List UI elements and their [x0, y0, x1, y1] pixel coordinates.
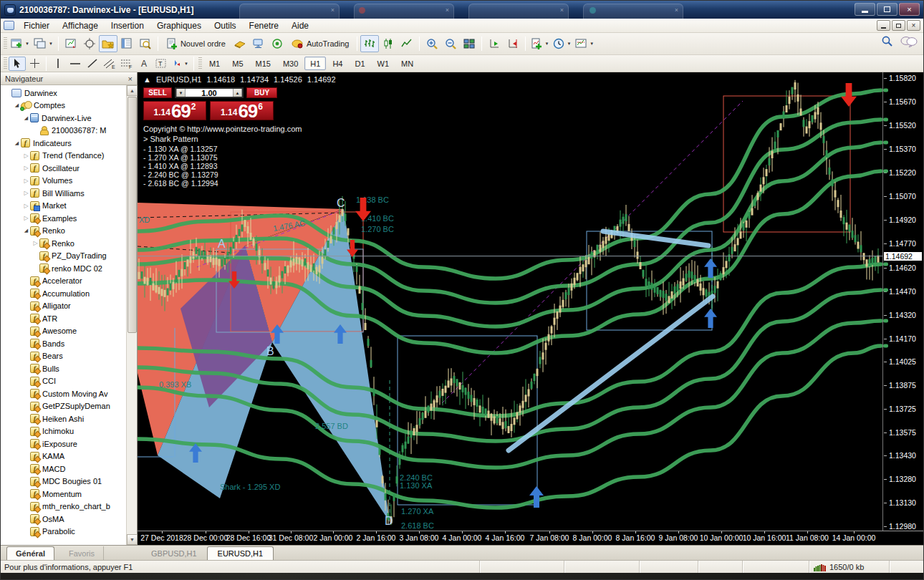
horizontal-line-tool-button[interactable]	[67, 57, 84, 71]
candlestick-mode-button[interactable]	[379, 35, 398, 52]
toolbar-grip[interactable]	[4, 37, 7, 50]
expert-advisors-button[interactable]	[268, 35, 287, 52]
tree-item-iexposure[interactable]: fiExposure	[1, 438, 137, 450]
chart-canvas[interactable]: 1.476 AC0.393 XBShark - 1.295 XD2.557 BD…	[138, 72, 882, 531]
strategy-tester-button[interactable]	[136, 35, 155, 52]
cursor-tool-button[interactable]	[9, 57, 26, 71]
navigator-scrollbar[interactable]: ▲ ▼	[126, 85, 137, 545]
close-button[interactable]: ×	[899, 3, 920, 16]
scroll-up-icon[interactable]: ▲	[127, 85, 138, 96]
tree-item-comptes[interactable]: ◢Comptes	[1, 100, 137, 112]
toolbar-grip[interactable]	[198, 57, 202, 70]
timeframe-h1[interactable]: H1	[304, 57, 326, 70]
tree-item-kama[interactable]: fKAMA	[1, 450, 137, 463]
search-icon[interactable]	[881, 35, 893, 47]
tree-item-parabolic[interactable]: fParabolic	[1, 526, 137, 538]
terminal-button[interactable]	[231, 35, 249, 52]
text-label-tool-button[interactable]: T	[153, 57, 170, 71]
collapsed-icon[interactable]: ▷	[22, 215, 30, 221]
tree-item-mdc-bougies-01[interactable]: fMDC Bougies 01	[1, 475, 137, 488]
tree-item-mth-renko-chart-b[interactable]: fmth_renko_chart_b	[1, 501, 137, 513]
autotrading-button[interactable]: AutoTrading	[287, 35, 355, 52]
text-tool-button[interactable]: A	[135, 57, 153, 71]
tree-item-bands[interactable]: fBands	[1, 337, 137, 350]
tree-item-osma[interactable]: fOsMA	[1, 513, 137, 526]
tree-item-bears[interactable]: fBears	[1, 350, 137, 363]
tree-item-ichimoku[interactable]: fIchimoku	[1, 425, 137, 438]
chart-shift-button[interactable]	[504, 35, 522, 52]
channel-tool-button[interactable]: E	[101, 57, 118, 71]
navigator-toggle-button[interactable]: ★	[99, 35, 117, 52]
tile-windows-button[interactable]	[460, 35, 478, 52]
collapsed-icon[interactable]: ▷	[22, 203, 30, 209]
fibonacci-tool-button[interactable]: F	[118, 57, 135, 71]
time-axis[interactable]: 27 Dec 201828 Dec 00:0028 Dec 16:0031 De…	[138, 531, 923, 545]
navigator-header[interactable]: Navigateur ×	[1, 72, 137, 85]
collapsed-icon[interactable]: ▷	[22, 165, 30, 171]
child-minimize-button[interactable]	[877, 20, 890, 31]
bar-chart-mode-button[interactable]	[360, 35, 379, 52]
periods-button[interactable]: ▼	[551, 35, 573, 52]
profiles-button[interactable]: ▼	[32, 35, 55, 52]
timeframe-w1[interactable]: W1	[372, 57, 395, 70]
tree-item-pz-daytrading[interactable]: fPZ_DayTrading	[1, 250, 137, 263]
timeframe-d1[interactable]: D1	[349, 57, 370, 70]
buy-button[interactable]: BUY	[246, 87, 277, 98]
tree-item-bulls[interactable]: fBulls	[1, 362, 137, 375]
trendline-tool-button[interactable]	[84, 57, 101, 71]
timeframe-mn[interactable]: MN	[395, 57, 419, 70]
line-chart-mode-button[interactable]	[398, 35, 416, 52]
minimize-button[interactable]	[855, 3, 875, 16]
chart-menu-icon[interactable]	[4, 21, 14, 30]
volume-down-icon[interactable]: ▼	[176, 89, 186, 97]
tree-item-cci[interactable]: fCCI	[1, 375, 137, 388]
tree-item-darwinex[interactable]: Darwinex	[1, 87, 137, 100]
tree-item-darwinex-live[interactable]: ◢Darwinex-Live	[1, 112, 137, 125]
chart-tab-gbpusd-h1[interactable]: GBPUSD,H1	[141, 546, 207, 560]
strategy-tester-panel-button[interactable]	[249, 35, 268, 52]
tree-item-momentum[interactable]: fMomentum	[1, 488, 137, 501]
sell-price-panel[interactable]: 1.14692	[143, 101, 206, 120]
tree-item-volumes[interactable]: ▷fVolumes	[1, 175, 137, 188]
scrollbar-thumb[interactable]	[127, 97, 137, 333]
chat-icon[interactable]	[900, 36, 918, 47]
child-restore-button[interactable]	[892, 20, 905, 31]
volume-up-icon[interactable]: ▲	[233, 89, 242, 97]
vertical-line-tool-button[interactable]	[49, 57, 67, 71]
expanded-icon[interactable]: ◢	[22, 115, 30, 121]
menu-item-fenetre[interactable]: Fenetre	[243, 20, 285, 32]
price-axis[interactable]: 1.158201.156701.155201.153701.152201.150…	[882, 72, 923, 531]
maximize-button[interactable]	[877, 3, 897, 16]
tree-item-custom-moving-av[interactable]: fCustom Moving Av	[1, 387, 137, 400]
tree-item-heiken-ashi[interactable]: fHeiken Ashi	[1, 412, 137, 425]
tree-item-oscillateur[interactable]: ▷fOscillateur	[1, 162, 137, 175]
expanded-icon[interactable]: ◢	[13, 140, 21, 146]
tree-item-renko[interactable]: ▷fRenko	[1, 237, 137, 250]
tree-item-renko-mdc-02[interactable]: frenko MDC 02	[1, 262, 137, 275]
child-close-button[interactable]: ×	[907, 20, 920, 31]
navigator-close-icon[interactable]: ×	[128, 74, 133, 83]
tree-item-trend-tendance-[interactable]: ▷fTrend (Tendance)	[1, 150, 137, 163]
buy-price-panel[interactable]: 1.14696	[210, 101, 274, 120]
tree-item-atr[interactable]: fATR	[1, 312, 137, 325]
menu-item-fichier[interactable]: Fichier	[17, 20, 56, 32]
timeframe-m1[interactable]: M1	[203, 57, 226, 70]
navigator-tab-g-n-ral[interactable]: Général	[6, 546, 54, 560]
zoom-out-button[interactable]	[441, 35, 460, 52]
toolbar-grip[interactable]	[4, 57, 7, 70]
chart-plot-area[interactable]: 1.476 AC0.393 XBShark - 1.295 XD2.557 BD…	[138, 72, 882, 531]
tree-item-macd[interactable]: fMACD	[1, 463, 137, 475]
auto-scroll-button[interactable]	[485, 35, 504, 52]
navigator-tab-favoris[interactable]: Favoris	[60, 546, 104, 560]
crosshair-tool-button[interactable]	[26, 57, 43, 71]
arrows-tool-button[interactable]: ▼	[170, 57, 191, 71]
sell-button[interactable]: SELL	[143, 87, 172, 98]
new-order-button[interactable]: Nouvel ordre	[161, 35, 231, 52]
timeframe-m30[interactable]: M30	[277, 57, 304, 70]
indicators-button[interactable]: ▼	[529, 35, 551, 52]
tree-item-accumulation[interactable]: fAccumulation	[1, 287, 137, 300]
new-chart-button[interactable]: ▼	[9, 35, 32, 52]
scroll-down-icon[interactable]: ▼	[127, 534, 138, 545]
timeframe-h4[interactable]: H4	[327, 57, 348, 70]
menu-item-affichage[interactable]: Affichage	[56, 20, 105, 32]
